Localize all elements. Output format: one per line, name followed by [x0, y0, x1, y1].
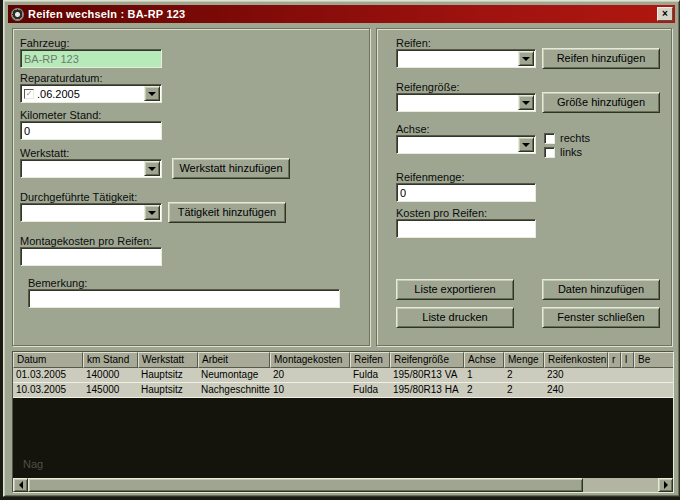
- links-checkbox-label: links: [560, 146, 582, 158]
- reparaturdatum-picker[interactable]: ✓ .06.2005: [20, 84, 162, 103]
- arrow-left-icon: [19, 481, 23, 489]
- werkstatt-label: Werkstatt:: [20, 147, 69, 159]
- horizontal-scrollbar[interactable]: [13, 478, 673, 492]
- cell-reifengroesse: 195/80R13 HA: [390, 383, 464, 397]
- scroll-right-button[interactable]: [658, 478, 673, 492]
- kosten-label: Kosten pro Reifen:: [396, 207, 487, 219]
- reifengroesse-combobox[interactable]: [396, 93, 536, 112]
- cell-werkstatt: Hauptsitz: [138, 368, 198, 382]
- column-header-l[interactable]: l: [621, 352, 634, 368]
- liste-exportieren-button[interactable]: Liste exportieren: [396, 279, 514, 300]
- achse-combobox[interactable]: [396, 135, 536, 154]
- column-header-werkstatt[interactable]: Werkstatt: [138, 352, 198, 368]
- fahrzeug-field[interactable]: BA-RP 123: [20, 49, 162, 68]
- liste-drucken-button[interactable]: Liste drucken: [396, 307, 514, 328]
- chevron-down-icon: [522, 57, 530, 61]
- reifengroesse-label: Reifengröße:: [396, 81, 460, 93]
- reifen-add-button[interactable]: Reifen hinzufügen: [542, 48, 660, 69]
- rechts-checkbox-label: rechts: [560, 132, 590, 144]
- cell-achse: 1: [464, 368, 504, 382]
- montagekosten-label: Montagekosten pro Reifen:: [20, 235, 152, 247]
- links-checkbox[interactable]: [544, 147, 555, 158]
- column-header-reifen[interactable]: Reifen: [350, 352, 390, 368]
- cell-l: [621, 368, 634, 382]
- close-button[interactable]: ×: [657, 7, 673, 21]
- cell-arbeit: Nachgeschnitten: [198, 383, 270, 397]
- reifenmenge-field[interactable]: 0: [396, 183, 536, 202]
- cell-datum: 10.03.2005: [13, 383, 83, 397]
- achse-dropdown-button[interactable]: [518, 137, 534, 152]
- chevron-down-icon: [148, 211, 156, 215]
- kilometer-value: 0: [24, 125, 30, 137]
- close-icon: ×: [662, 8, 668, 19]
- records-table: Datum km Stand Werkstatt Arbeit Montagek…: [12, 351, 674, 493]
- scrollbar-thumb[interactable]: [28, 478, 583, 492]
- reifen-dropdown-button[interactable]: [518, 51, 534, 66]
- reifen-label: Reifen:: [396, 37, 431, 49]
- column-header-km-stand[interactable]: km Stand: [83, 352, 138, 368]
- cell-achse: 2: [464, 383, 504, 397]
- cell-r: [608, 383, 621, 397]
- fahrzeug-value: BA-RP 123: [24, 53, 79, 65]
- chevron-down-icon: [148, 92, 156, 96]
- montagekosten-field[interactable]: [20, 247, 162, 266]
- column-header-datum[interactable]: Datum: [13, 352, 83, 368]
- titlebar[interactable]: Reifen wechseln : BA-RP 123 ×: [8, 5, 675, 23]
- date-checkbox[interactable]: ✓: [24, 89, 34, 99]
- daten-hinzufuegen-button[interactable]: Daten hinzufügen: [542, 279, 660, 300]
- cell-bemerkung: [634, 383, 674, 397]
- column-header-bemerkung[interactable]: Be: [634, 352, 674, 368]
- cell-reifengroesse: 195/80R13 VA: [390, 368, 464, 382]
- scroll-left-button[interactable]: [13, 478, 28, 492]
- rechts-checkbox[interactable]: [544, 133, 555, 144]
- scrollbar-track[interactable]: [583, 478, 658, 492]
- taetigkeit-add-button[interactable]: Tätigkeit hinzufügen: [168, 202, 286, 223]
- achse-label: Achse:: [396, 123, 430, 135]
- fahrzeug-label: Fahrzeug:: [20, 37, 70, 49]
- cell-menge: 2: [504, 383, 544, 397]
- chevron-down-icon: [522, 101, 530, 105]
- reparaturdatum-dropdown-button[interactable]: [144, 86, 160, 101]
- taetigkeit-combobox[interactable]: [20, 203, 162, 222]
- column-header-reifengroesse[interactable]: Reifengröße: [390, 352, 464, 368]
- cell-reifen: Fulda: [350, 383, 390, 397]
- kilometer-label: Kilometer Stand:: [20, 109, 101, 121]
- column-header-arbeit[interactable]: Arbeit: [198, 352, 270, 368]
- reifengroesse-dropdown-button[interactable]: [518, 95, 534, 110]
- column-header-montagekosten[interactable]: Montagekosten: [270, 352, 350, 368]
- column-header-menge[interactable]: Menge: [504, 352, 544, 368]
- werkstatt-dropdown-button[interactable]: [144, 161, 160, 176]
- bemerkung-field[interactable]: [28, 289, 340, 308]
- column-header-r[interactable]: r: [608, 352, 621, 368]
- cell-montagekosten: 20: [270, 368, 350, 382]
- table-header: Datum km Stand Werkstatt Arbeit Montagek…: [13, 352, 673, 368]
- fenster-schliessen-button[interactable]: Fenster schließen: [542, 307, 660, 328]
- reparaturdatum-value: .06.2005: [37, 88, 80, 100]
- groesse-add-button[interactable]: Größe hinzufügen: [542, 92, 660, 113]
- chevron-down-icon: [148, 167, 156, 171]
- taetigkeit-dropdown-button[interactable]: [144, 205, 160, 220]
- cell-km-stand: 145000: [83, 383, 138, 397]
- taetigkeit-label: Durchgeführte Tätigkeit:: [20, 191, 137, 203]
- app-icon: [11, 8, 24, 21]
- kilometer-field[interactable]: 0: [20, 121, 162, 140]
- app-window: Reifen wechseln : BA-RP 123 × Fahrzeug: …: [3, 0, 680, 497]
- kosten-field[interactable]: [396, 219, 536, 238]
- table-row[interactable]: 01.03.2005 140000 Hauptsitz Neumontage 2…: [13, 368, 673, 383]
- window-title: Reifen wechseln : BA-RP 123: [28, 8, 185, 20]
- cell-bemerkung: [634, 368, 674, 382]
- cell-reifenkosten: 230: [544, 368, 608, 382]
- arrow-right-icon: [664, 481, 668, 489]
- werkstatt-combobox[interactable]: [20, 159, 162, 178]
- werkstatt-add-button[interactable]: Werkstatt hinzufügen: [172, 158, 290, 179]
- cell-reifenkosten: 240: [544, 383, 608, 397]
- cell-menge: 2: [504, 368, 544, 382]
- cell-km-stand: 140000: [83, 368, 138, 382]
- reifenmenge-label: Reifenmenge:: [396, 171, 465, 183]
- column-header-reifenkosten[interactable]: Reifenkosten: [544, 352, 608, 368]
- reifenmenge-value: 0: [400, 187, 406, 199]
- cell-montagekosten: 10: [270, 383, 350, 397]
- reifen-combobox[interactable]: [396, 49, 536, 68]
- column-header-achse[interactable]: Achse: [464, 352, 504, 368]
- table-row[interactable]: 10.03.2005 145000 Hauptsitz Nachgeschnit…: [13, 383, 673, 398]
